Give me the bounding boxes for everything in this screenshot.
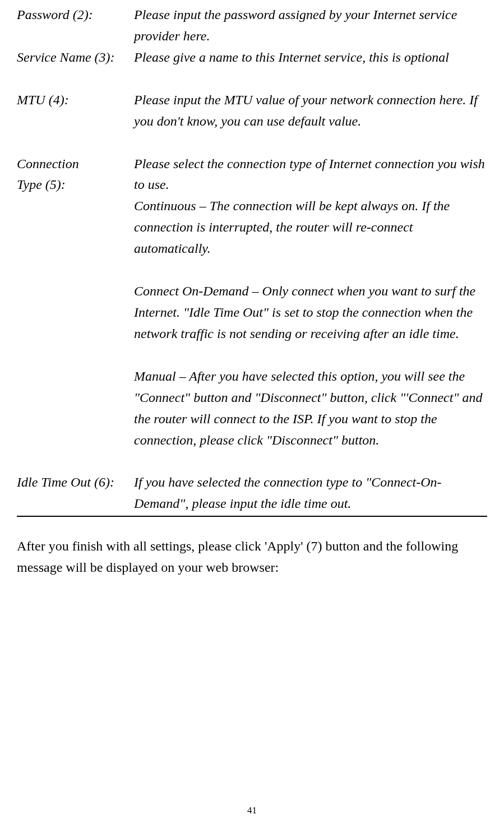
connection-type-manual: Manual – After you have selected this op…: [134, 366, 487, 451]
def-row-connection-type: Connection Type (5): Please select the c…: [17, 154, 487, 451]
def-desc-idle-time-out: If you have selected the connection type…: [134, 472, 487, 515]
def-label-connection-type-line1: Connection: [17, 156, 79, 171]
def-label-connection-type: Connection Type (5):: [17, 154, 134, 196]
def-label-password: Password (2):: [17, 4, 134, 26]
connection-type-continuous: Continuous – The connection will be kept…: [134, 196, 487, 260]
def-label-idle-time-out: Idle Time Out (6):: [17, 472, 134, 493]
spacer: [17, 132, 487, 154]
def-label-mtu: MTU (4):: [17, 90, 134, 111]
after-settings-note: After you finish with all settings, plea…: [17, 536, 487, 579]
spacer: [17, 451, 487, 472]
def-label-service-name: Service Name (3):: [17, 47, 134, 68]
page-number: 41: [0, 805, 504, 816]
def-label-connection-type-line2: Type (5):: [17, 177, 66, 192]
def-desc-connection-type: Please select the connection type of Int…: [134, 154, 487, 451]
section-divider: [17, 516, 487, 517]
def-desc-password: Please input the password assigned by yo…: [134, 4, 487, 47]
connection-type-on-demand: Connect On-Demand – Only connect when yo…: [134, 281, 487, 345]
def-row-mtu: MTU (4): Please input the MTU value of y…: [17, 90, 487, 132]
connection-type-intro: Please select the connection type of Int…: [134, 154, 487, 196]
def-row-password: Password (2): Please input the password …: [17, 4, 487, 47]
def-desc-service-name: Please give a name to this Internet serv…: [134, 47, 487, 68]
spacer: [17, 68, 487, 90]
def-row-service-name: Service Name (3): Please give a name to …: [17, 47, 487, 68]
definitions-table: Password (2): Please input the password …: [17, 4, 487, 515]
def-desc-mtu: Please input the MTU value of your netwo…: [134, 90, 487, 132]
def-row-idle-time-out: Idle Time Out (6): If you have selected …: [17, 472, 487, 515]
